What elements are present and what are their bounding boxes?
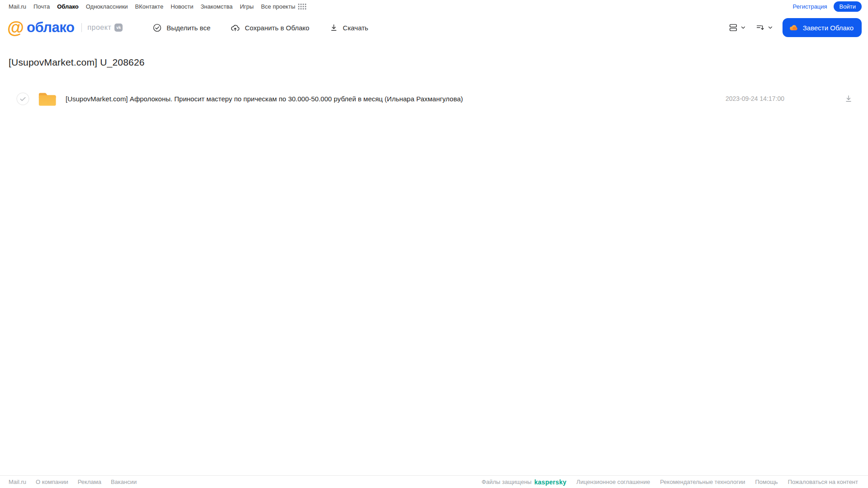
footer-link-help[interactable]: Помощь [755,479,778,485]
page-footer: Mail.ru О компании Реклама Вакансии Файл… [0,475,868,488]
footer-right-links: Файлы защищены kaspersky Лицензионное со… [482,479,858,486]
file-toolbar: Выделить все Сохранить в Облако Скачать [152,23,368,33]
folder-icon [38,90,57,107]
nav-item-vkontakte[interactable]: ВКонтакте [135,3,164,10]
nav-item-oblako[interactable]: Облако [57,3,79,10]
protected-label: Файлы защищены [482,479,531,485]
header-right-controls: Завести Облако [728,18,862,37]
cloud-icon [789,23,799,33]
download-label: Скачать [343,24,368,32]
view-mode-icon [728,23,738,33]
file-date: 2023-09-24 14:17:00 [726,95,784,102]
nav-item-igry[interactable]: Игры [240,3,254,10]
footer-link-mailru[interactable]: Mail.ru [9,479,26,485]
mailru-at-icon: @ [7,19,24,36]
footer-link-report-content[interactable]: Пожаловаться на контент [788,479,858,485]
save-to-cloud-label: Сохранить в Облако [245,24,309,32]
nav-item-odnoklassniki[interactable]: Одноклассники [86,3,128,10]
file-row[interactable]: [UsupovMarket.com] Афролоконы. Приносит … [0,90,868,108]
portal-navbar: Mail.ru Почта Облако Одноклассники ВКонт… [0,0,868,13]
nav-item-mailru[interactable]: Mail.ru [9,3,26,10]
sort-icon [755,23,765,33]
chevron-down-icon [767,24,773,31]
check-circle-icon [152,23,162,33]
nav-item-znakomstva[interactable]: Знакомства [200,3,232,10]
select-all-button[interactable]: Выделить все [152,23,210,33]
sort-dropdown[interactable] [755,23,773,33]
save-to-cloud-button[interactable]: Сохранить в Облако [230,23,309,33]
get-cloud-label: Завести Облако [803,24,854,32]
view-mode-dropdown[interactable] [728,23,746,33]
download-button[interactable]: Скачать [329,23,368,32]
logo-divider [81,23,82,32]
login-button[interactable]: Войти [834,1,862,12]
kaspersky-protected: Файлы защищены kaspersky [482,479,567,486]
select-all-label: Выделить все [166,24,210,32]
portal-nav-links: Mail.ru Почта Облако Одноклассники ВКонт… [9,3,306,10]
download-icon [329,23,338,32]
file-name[interactable]: [UsupovMarket.com] Афролоконы. Приносит … [66,95,726,103]
chevron-down-icon [740,24,746,31]
footer-link-ads[interactable]: Реклама [78,479,101,485]
cloud-logo[interactable]: @ облако проект vk [7,19,123,36]
logo-text: облако [27,19,74,36]
footer-link-about[interactable]: О компании [36,479,68,485]
nav-item-novosti[interactable]: Новости [171,3,193,10]
kaspersky-logo[interactable]: kaspersky [534,479,566,486]
row-download-icon[interactable] [844,94,853,103]
footer-link-jobs[interactable]: Вакансии [111,479,137,485]
all-projects-label: Все проекты [261,3,295,10]
vk-badge-icon: vk [114,24,123,32]
footer-link-recommendation-tech[interactable]: Рекомендательные технологии [660,479,745,485]
checkbox-circle-icon[interactable] [16,92,29,105]
project-label: проект [87,24,111,32]
get-cloud-button[interactable]: Завести Облако [783,18,862,37]
footer-link-license[interactable]: Лицензионное соглашение [576,479,650,485]
portal-nav-auth: Регистрация Войти [793,1,862,12]
grid-icon [298,4,306,9]
cloud-upload-icon [230,23,240,33]
nav-item-all-projects[interactable]: Все проекты [261,3,306,10]
register-link[interactable]: Регистрация [793,3,827,10]
footer-left-links: Mail.ru О компании Реклама Вакансии [9,479,137,485]
page-title: [UsupovMarket.com] U_208626 [9,57,868,68]
app-header: @ облако проект vk Выделить все Сохранит… [0,13,868,43]
nav-item-pochta[interactable]: Почта [33,3,50,10]
